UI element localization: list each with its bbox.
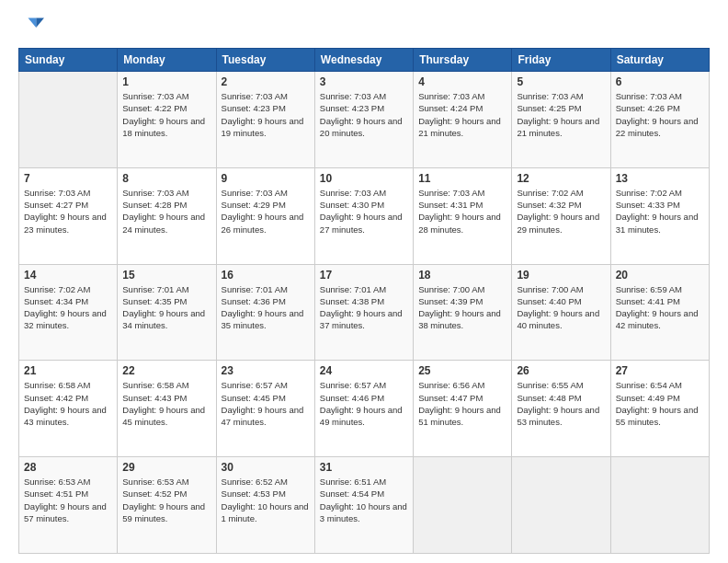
day-number: 3	[320, 75, 408, 88]
day-detail: Sunrise: 7:01 AMSunset: 4:36 PMDaylight:…	[222, 283, 310, 332]
day-number: 30	[222, 461, 310, 474]
day-cell: 13Sunrise: 7:02 AMSunset: 4:33 PMDayligh…	[610, 167, 709, 264]
day-detail: Sunrise: 7:02 AMSunset: 4:34 PMDaylight:…	[24, 283, 112, 332]
day-number: 13	[616, 172, 704, 185]
weekday-header-friday: Friday	[512, 49, 610, 72]
calendar: SundayMondayTuesdayWednesdayThursdayFrid…	[18, 48, 710, 554]
day-detail: Sunrise: 6:53 AMSunset: 4:52 PMDaylight:…	[122, 476, 210, 524]
day-number: 1	[122, 75, 210, 88]
day-cell: 27Sunrise: 6:54 AMSunset: 4:49 PMDayligh…	[610, 361, 709, 457]
week-row-0: 1Sunrise: 7:03 AMSunset: 4:22 PMDaylight…	[19, 72, 710, 168]
day-number: 27	[616, 364, 704, 377]
day-cell: 5Sunrise: 7:03 AMSunset: 4:25 PMDaylight…	[512, 72, 610, 168]
day-number: 2	[222, 75, 310, 88]
day-number: 21	[24, 364, 112, 377]
day-detail: Sunrise: 7:03 AMSunset: 4:28 PMDaylight:…	[122, 187, 210, 236]
day-detail: Sunrise: 7:03 AMSunset: 4:22 PMDaylight:…	[122, 90, 210, 139]
day-number: 8	[122, 172, 210, 185]
day-detail: Sunrise: 7:03 AMSunset: 4:25 PMDaylight:…	[517, 90, 605, 139]
day-cell	[512, 457, 610, 554]
day-cell: 15Sunrise: 7:01 AMSunset: 4:35 PMDayligh…	[118, 264, 216, 361]
day-detail: Sunrise: 6:51 AMSunset: 4:54 PMDaylight:…	[320, 476, 408, 524]
day-number: 16	[222, 269, 310, 282]
day-cell: 19Sunrise: 7:00 AMSunset: 4:40 PMDayligh…	[512, 264, 610, 361]
weekday-header-monday: Monday	[118, 49, 216, 72]
week-row-1: 7Sunrise: 7:03 AMSunset: 4:27 PMDaylight…	[19, 167, 710, 264]
day-number: 25	[418, 364, 506, 377]
day-detail: Sunrise: 7:02 AMSunset: 4:33 PMDaylight:…	[616, 187, 704, 236]
day-number: 29	[122, 461, 210, 474]
day-detail: Sunrise: 7:03 AMSunset: 4:27 PMDaylight:…	[24, 187, 112, 236]
day-detail: Sunrise: 7:03 AMSunset: 4:23 PMDaylight:…	[222, 90, 310, 139]
calendar-body: 1Sunrise: 7:03 AMSunset: 4:22 PMDaylight…	[19, 72, 710, 554]
day-number: 15	[122, 269, 210, 282]
day-cell: 17Sunrise: 7:01 AMSunset: 4:38 PMDayligh…	[314, 264, 413, 361]
day-cell	[19, 72, 118, 168]
day-cell: 14Sunrise: 7:02 AMSunset: 4:34 PMDayligh…	[19, 264, 118, 361]
day-number: 24	[320, 364, 408, 377]
top-section	[18, 15, 710, 40]
day-cell: 18Sunrise: 7:00 AMSunset: 4:39 PMDayligh…	[414, 264, 512, 361]
page: SundayMondayTuesdayWednesdayThursdayFrid…	[0, 0, 728, 563]
day-cell: 22Sunrise: 6:58 AMSunset: 4:43 PMDayligh…	[118, 361, 216, 457]
day-cell: 4Sunrise: 7:03 AMSunset: 4:24 PMDaylight…	[414, 72, 512, 168]
day-number: 28	[24, 461, 112, 474]
day-number: 5	[517, 75, 605, 88]
day-number: 26	[517, 364, 605, 377]
day-number: 4	[418, 75, 506, 88]
weekday-header-thursday: Thursday	[414, 49, 512, 72]
day-cell	[610, 457, 709, 554]
weekday-row: SundayMondayTuesdayWednesdayThursdayFrid…	[19, 49, 710, 72]
day-detail: Sunrise: 7:01 AMSunset: 4:38 PMDaylight:…	[320, 283, 408, 332]
day-detail: Sunrise: 6:59 AMSunset: 4:41 PMDaylight:…	[616, 283, 704, 332]
day-detail: Sunrise: 7:03 AMSunset: 4:23 PMDaylight:…	[320, 90, 408, 139]
day-number: 22	[122, 364, 210, 377]
week-row-4: 28Sunrise: 6:53 AMSunset: 4:51 PMDayligh…	[19, 457, 710, 554]
day-number: 14	[24, 269, 112, 282]
weekday-header-saturday: Saturday	[610, 49, 709, 72]
day-detail: Sunrise: 7:03 AMSunset: 4:26 PMDaylight:…	[616, 90, 704, 139]
day-cell: 1Sunrise: 7:03 AMSunset: 4:22 PMDaylight…	[118, 72, 216, 168]
day-cell: 25Sunrise: 6:56 AMSunset: 4:47 PMDayligh…	[414, 361, 512, 457]
day-detail: Sunrise: 7:01 AMSunset: 4:35 PMDaylight:…	[122, 283, 210, 332]
week-row-3: 21Sunrise: 6:58 AMSunset: 4:42 PMDayligh…	[19, 361, 710, 457]
day-detail: Sunrise: 6:58 AMSunset: 4:43 PMDaylight:…	[122, 379, 210, 428]
day-cell	[414, 457, 512, 554]
day-number: 17	[320, 269, 408, 282]
day-number: 10	[320, 172, 408, 185]
svg-marker-0	[36, 18, 44, 29]
weekday-header-tuesday: Tuesday	[216, 49, 314, 72]
day-cell: 28Sunrise: 6:53 AMSunset: 4:51 PMDayligh…	[19, 457, 118, 554]
day-number: 31	[320, 461, 408, 474]
day-cell: 3Sunrise: 7:03 AMSunset: 4:23 PMDaylight…	[314, 72, 413, 168]
day-detail: Sunrise: 6:53 AMSunset: 4:51 PMDaylight:…	[24, 476, 112, 524]
day-detail: Sunrise: 6:57 AMSunset: 4:46 PMDaylight:…	[320, 379, 408, 428]
day-cell: 7Sunrise: 7:03 AMSunset: 4:27 PMDaylight…	[19, 167, 118, 264]
day-cell: 12Sunrise: 7:02 AMSunset: 4:32 PMDayligh…	[512, 167, 610, 264]
day-cell: 24Sunrise: 6:57 AMSunset: 4:46 PMDayligh…	[314, 361, 413, 457]
day-detail: Sunrise: 7:03 AMSunset: 4:29 PMDaylight:…	[222, 187, 310, 236]
day-detail: Sunrise: 6:55 AMSunset: 4:48 PMDaylight:…	[517, 379, 605, 428]
day-cell: 23Sunrise: 6:57 AMSunset: 4:45 PMDayligh…	[216, 361, 314, 457]
weekday-header-wednesday: Wednesday	[314, 49, 413, 72]
day-number: 23	[222, 364, 310, 377]
day-cell: 29Sunrise: 6:53 AMSunset: 4:52 PMDayligh…	[118, 457, 216, 554]
weekday-header-sunday: Sunday	[19, 49, 118, 72]
day-detail: Sunrise: 7:00 AMSunset: 4:40 PMDaylight:…	[517, 283, 605, 332]
day-detail: Sunrise: 7:02 AMSunset: 4:32 PMDaylight:…	[517, 187, 605, 236]
day-number: 19	[517, 269, 605, 282]
day-number: 7	[24, 172, 112, 185]
day-detail: Sunrise: 6:58 AMSunset: 4:42 PMDaylight:…	[24, 379, 112, 428]
day-cell: 6Sunrise: 7:03 AMSunset: 4:26 PMDaylight…	[610, 72, 709, 168]
week-row-2: 14Sunrise: 7:02 AMSunset: 4:34 PMDayligh…	[19, 264, 710, 361]
day-cell: 31Sunrise: 6:51 AMSunset: 4:54 PMDayligh…	[314, 457, 413, 554]
calendar-header: SundayMondayTuesdayWednesdayThursdayFrid…	[19, 49, 710, 72]
day-number: 9	[222, 172, 310, 185]
day-cell: 30Sunrise: 6:52 AMSunset: 4:53 PMDayligh…	[216, 457, 314, 554]
day-detail: Sunrise: 7:03 AMSunset: 4:24 PMDaylight:…	[418, 90, 506, 139]
day-number: 11	[418, 172, 506, 185]
logo-icon	[18, 15, 44, 40]
day-cell: 26Sunrise: 6:55 AMSunset: 4:48 PMDayligh…	[512, 361, 610, 457]
day-number: 20	[616, 269, 704, 282]
day-detail: Sunrise: 6:54 AMSunset: 4:49 PMDaylight:…	[616, 379, 704, 428]
